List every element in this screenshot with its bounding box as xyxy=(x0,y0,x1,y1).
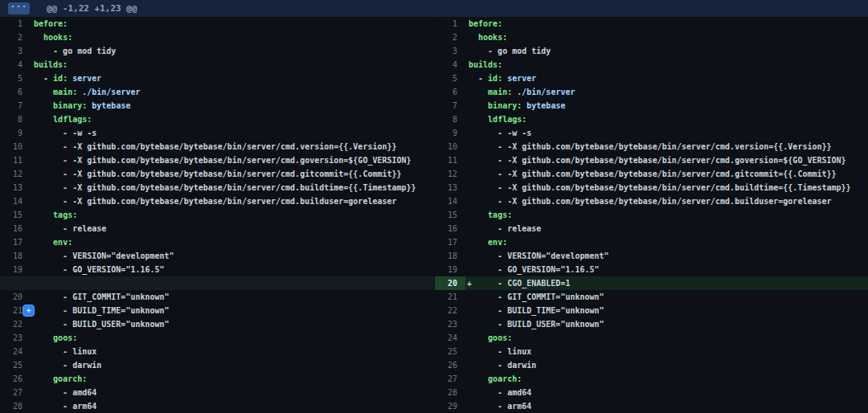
diff-left-pane: 1before:2 hooks:3 - go mod tidy4builds:5… xyxy=(0,17,434,413)
line-number: 19 xyxy=(0,263,31,276)
line-number: 12 xyxy=(0,167,31,181)
code-text: goos: xyxy=(465,331,868,345)
diff-line: 16 - release xyxy=(0,222,434,235)
diff-line: 13 - -X github.com/bytebase/bytebase/bin… xyxy=(0,181,434,194)
diff-line: 6 main: ./bin/server xyxy=(435,85,868,99)
code-text: - -X github.com/bytebase/bytebase/bin/se… xyxy=(31,167,434,181)
code-text: - id: server xyxy=(31,72,434,85)
line-number: 14 xyxy=(435,194,465,208)
line-number xyxy=(0,276,31,290)
line-number: 8 xyxy=(435,112,465,126)
code-text: - -X github.com/bytebase/bytebase/bin/se… xyxy=(465,153,868,167)
line-number: 10 xyxy=(0,140,31,153)
diff-line: 23 - BUILD_USER="unknown" xyxy=(435,317,868,331)
line-number: 23 xyxy=(435,317,465,331)
line-number: 2 xyxy=(435,31,465,44)
code-text: - id: server xyxy=(465,72,868,85)
line-number: 21 xyxy=(435,290,465,304)
diff-line: 6 main: ./bin/server xyxy=(0,85,434,99)
line-number: 7 xyxy=(435,99,465,112)
diff-line: 10 - -X github.com/bytebase/bytebase/bin… xyxy=(435,140,868,153)
diff-line: 22 - BUILD_USER="unknown" xyxy=(0,317,434,331)
diff-spacer-line xyxy=(0,276,434,290)
code-text: - linux xyxy=(31,345,434,358)
diff-line: 2 hooks: xyxy=(435,31,868,44)
line-number: 26 xyxy=(0,372,31,386)
diff-line: 14 - -X github.com/bytebase/bytebase/bin… xyxy=(0,194,434,208)
code-text: goarch: xyxy=(465,372,868,386)
diff-line: 28 - amd64 xyxy=(435,386,868,399)
line-number: 11 xyxy=(435,153,465,167)
add-comment-button[interactable]: + xyxy=(23,305,35,317)
line-number: 12 xyxy=(435,167,465,181)
line-number: 18 xyxy=(435,249,465,263)
diff-line: 12 - -X github.com/bytebase/bytebase/bin… xyxy=(435,167,868,181)
diff-line: 5 - id: server xyxy=(0,72,434,85)
code-text: builds: xyxy=(31,58,434,72)
code-text: - go mod tidy xyxy=(465,44,868,58)
diff-line: 24 - linux xyxy=(0,345,434,358)
code-text: - BUILD_USER="unknown" xyxy=(31,317,434,331)
expand-hunk-button[interactable]: ··· xyxy=(8,2,30,14)
diff-line: 11 - -X github.com/bytebase/bytebase/bin… xyxy=(435,153,868,167)
line-number: 20 xyxy=(435,276,465,290)
code-text: main: ./bin/server xyxy=(465,85,868,99)
diff-line: 19 - GO_VERSION="1.16.5" xyxy=(0,263,434,276)
diff-line: 2 hooks: xyxy=(0,31,434,44)
diff-line-added: 20 - CGO_ENABLED=1+ xyxy=(435,276,868,290)
line-number: 24 xyxy=(0,345,31,358)
hunk-range-text: @@ -1,22 +1,23 @@ xyxy=(47,3,137,14)
code-text: tags: xyxy=(465,208,868,222)
hunk-header-bar: ··· @@ -1,22 +1,23 @@ xyxy=(0,0,868,17)
code-text: hooks: xyxy=(465,31,868,44)
line-number: 8 xyxy=(0,112,31,126)
line-number: 19 xyxy=(435,263,465,276)
code-text: - BUILD_TIME="unknown" xyxy=(465,304,868,317)
code-text: main: ./bin/server xyxy=(31,85,434,99)
diff-line: 13 - -X github.com/bytebase/bytebase/bin… xyxy=(435,181,868,194)
code-text: - -X github.com/bytebase/bytebase/bin/se… xyxy=(31,153,434,167)
diff-line: 20 - GIT_COMMIT="unknown" xyxy=(0,290,434,304)
code-text: - arm64 xyxy=(465,399,868,413)
code-text: - go mod tidy xyxy=(31,44,434,58)
line-number: 22 xyxy=(435,304,465,317)
line-number: 6 xyxy=(435,85,465,99)
code-text: - -X github.com/bytebase/bytebase/bin/se… xyxy=(465,140,868,153)
line-number: 18 xyxy=(0,249,31,263)
diff-line: 15 tags: xyxy=(435,208,868,222)
line-number: 15 xyxy=(0,208,31,222)
line-number: 17 xyxy=(0,235,31,249)
diff-line: 14 - -X github.com/bytebase/bytebase/bin… xyxy=(435,194,868,208)
diff-line: 4builds: xyxy=(0,58,434,72)
diff-line: 21 - BUILD_TIME="unknown"+ xyxy=(0,304,434,317)
diff-line: 15 tags: xyxy=(0,208,434,222)
split-diff: 1before:2 hooks:3 - go mod tidy4builds:5… xyxy=(0,17,868,413)
diff-right-pane: 1before:2 hooks:3 - go mod tidy4builds:5… xyxy=(434,17,868,413)
diff-line: 22 - BUILD_TIME="unknown" xyxy=(435,304,868,317)
code-text: - linux xyxy=(465,345,868,358)
code-text: - -w -s xyxy=(465,126,868,140)
code-text: - GO_VERSION="1.16.5" xyxy=(465,263,868,276)
diff-line: 4builds: xyxy=(435,58,868,72)
line-number: 3 xyxy=(435,44,465,58)
code-text: - -X github.com/bytebase/bytebase/bin/se… xyxy=(465,181,868,194)
code-text: goos: xyxy=(31,331,434,345)
line-number: 28 xyxy=(435,386,465,399)
code-text: before: xyxy=(465,17,868,31)
code-text: - BUILD_USER="unknown" xyxy=(465,317,868,331)
line-number: 20 xyxy=(0,290,31,304)
code-text: - arm64 xyxy=(31,399,434,413)
diff-line: 3 - go mod tidy xyxy=(435,44,868,58)
code-text: - release xyxy=(465,222,868,235)
line-number: 1 xyxy=(435,17,465,31)
diff-line: 1before: xyxy=(435,17,868,31)
added-line-marker: + xyxy=(467,276,472,290)
line-number: 26 xyxy=(435,358,465,372)
line-number: 5 xyxy=(435,72,465,85)
code-text: - GIT_COMMIT="unknown" xyxy=(31,290,434,304)
diff-line: 9 - -w -s xyxy=(0,126,434,140)
code-text: before: xyxy=(31,17,434,31)
diff-viewer: ··· @@ -1,22 +1,23 @@ 1before:2 hooks:3 … xyxy=(0,0,868,413)
line-number: 7 xyxy=(0,99,31,112)
code-text: binary: bytebase xyxy=(465,99,868,112)
